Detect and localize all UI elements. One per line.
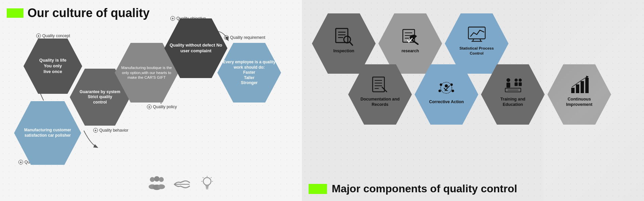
right-title-area: Major components of quality control — [309, 183, 637, 195]
svg-rect-49 — [576, 84, 579, 93]
plus-icon-concept: + — [36, 34, 41, 38]
svg-rect-48 — [571, 88, 575, 93]
svg-point-39 — [452, 89, 454, 92]
hex-manufacturing-customer: Manufacturing customer satisfaction car … — [14, 101, 81, 165]
svg-rect-51 — [585, 78, 589, 93]
svg-line-19 — [350, 42, 353, 45]
svg-point-42 — [515, 78, 518, 81]
label-quality-requirement: + Quality requirement — [224, 35, 265, 40]
svg-line-11 — [211, 177, 211, 178]
svg-point-34 — [441, 82, 452, 93]
svg-point-1 — [154, 176, 159, 182]
training-icon — [502, 75, 524, 95]
inspection-icon — [333, 27, 355, 47]
svg-rect-41 — [506, 82, 510, 87]
plus-icon-behavior: + — [93, 128, 98, 133]
svg-point-43 — [519, 78, 522, 81]
svg-rect-24 — [468, 27, 485, 39]
svg-line-10 — [203, 177, 203, 178]
bottom-icons — [148, 176, 216, 191]
inspection-label: Inspection — [333, 48, 355, 54]
svg-point-33 — [383, 88, 384, 89]
continuous-icon — [569, 75, 590, 95]
svg-rect-7 — [206, 187, 208, 188]
svg-point-0 — [150, 177, 155, 182]
svg-point-38 — [439, 89, 441, 92]
svg-point-5 — [158, 184, 165, 189]
lightbulb-icon — [198, 176, 216, 191]
left-panel: Our culture of quality + Quality concept… — [0, 0, 302, 201]
svg-point-2 — [159, 177, 164, 182]
green-bar-right — [309, 184, 327, 194]
corrective-icon — [435, 78, 457, 98]
continuous-label: Continuous Improvement — [559, 96, 599, 108]
people-icon — [148, 176, 166, 191]
hex-grid: Inspection research — [312, 13, 611, 125]
rhex-docs: Documentation and Records — [348, 64, 412, 125]
svg-point-37 — [450, 83, 453, 86]
handshake-icon — [173, 176, 191, 191]
spc-icon — [466, 24, 488, 45]
svg-rect-14 — [336, 28, 348, 43]
rhex-corrective: Corrective Action — [415, 64, 478, 125]
right-title-text: Major components of quality control — [332, 183, 517, 195]
plus-icon-policy: + — [147, 105, 152, 109]
docs-icon — [369, 75, 391, 95]
corrective-label: Corrective Action — [429, 99, 464, 105]
hex-every-employee: Every employee is a quality work should … — [217, 43, 281, 103]
hex-container: + Quality concept + Quality thinking + Q… — [0, 0, 302, 201]
research-label: research — [401, 48, 419, 54]
research-icon — [399, 27, 421, 47]
docs-label: Documentation and Records — [360, 96, 400, 108]
svg-rect-44 — [515, 82, 518, 86]
label-quality-behavior: + Quality behavior — [93, 128, 128, 133]
svg-point-36 — [440, 83, 442, 86]
training-label: Training and Education — [493, 96, 533, 108]
svg-rect-28 — [373, 77, 384, 92]
label-quality-policy: + Quality policy — [147, 105, 177, 109]
svg-point-40 — [506, 78, 510, 82]
rhex-continuous: Continuous Improvement — [547, 64, 611, 125]
svg-rect-45 — [519, 82, 522, 86]
svg-rect-50 — [581, 81, 584, 93]
svg-rect-8 — [206, 189, 208, 189]
label-quality-concept: + Quality concept — [36, 34, 70, 38]
svg-point-35 — [445, 84, 448, 87]
spc-label: Statistical Process Control — [457, 46, 497, 56]
rhex-training: Training and Education — [481, 64, 545, 125]
right-panel: Inspection research — [302, 0, 644, 201]
svg-point-6 — [203, 178, 211, 185]
